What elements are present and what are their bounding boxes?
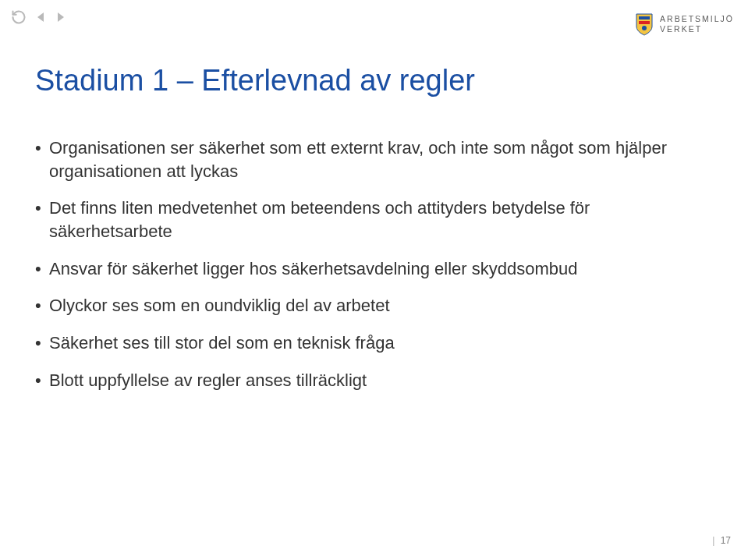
brand-text: ARBETSMILJÖ VERKET [660,14,734,34]
bullet-item: Ansvar för säkerhet ligger hos säkerhets… [35,257,713,281]
presentation-controls [11,9,67,25]
refresh-icon[interactable] [11,9,27,25]
svg-rect-3 [639,21,650,24]
brand-line1: ARBETSMILJÖ [660,14,734,24]
slide-title: Stadium 1 – Efterlevnad av regler [35,64,713,97]
bullet-item: Blott uppfyllelse av regler anses tillrä… [35,369,713,392]
bullet-item: Organisationen ser säkerhet som ett exte… [35,136,713,183]
bullet-item: Olyckor ses som en oundviklig del av arb… [35,294,713,317]
svg-rect-2 [639,16,650,19]
brand-line2: VERKET [660,24,734,34]
page-footer: | 17 [712,535,731,546]
footer-separator: | [712,535,714,546]
bullet-list: Organisationen ser säkerhet som ett exte… [35,136,713,392]
bullet-item: Det finns liten medvetenhet om beteenden… [35,197,713,243]
crest-icon [635,12,654,36]
page-number: 17 [721,535,731,546]
slide-content: Stadium 1 – Efterlevnad av regler Organi… [35,64,713,406]
svg-point-4 [642,26,647,30]
svg-marker-0 [37,12,44,22]
brand-logo: ARBETSMILJÖ VERKET [635,12,734,36]
bullet-item: Säkerhet ses till stor del som en teknis… [35,331,713,355]
svg-marker-1 [58,12,64,22]
next-icon[interactable] [55,11,67,23]
prev-icon[interactable] [34,11,47,23]
